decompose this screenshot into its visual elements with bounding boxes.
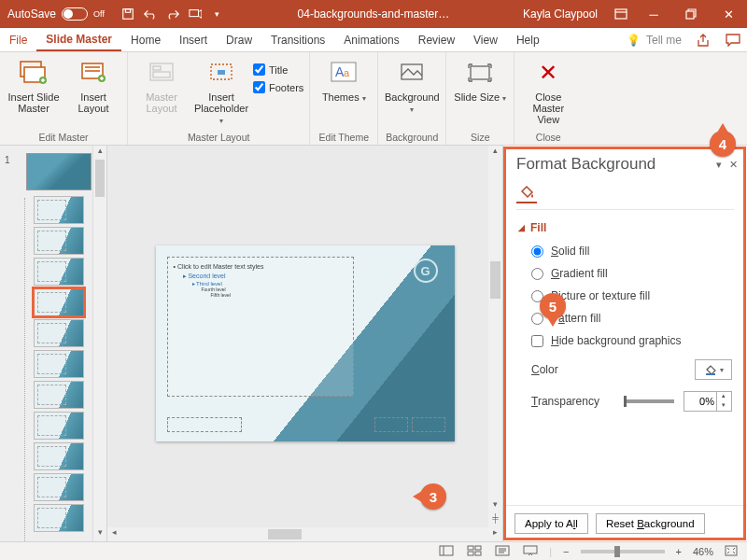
tab-view[interactable]: View	[464, 28, 507, 51]
footer-placeholder[interactable]	[412, 417, 445, 432]
svg-rect-28	[468, 552, 473, 555]
hide-bg-graphics-checkbox[interactable]: Hide background graphics	[518, 329, 732, 352]
zoom-in-icon[interactable]: +	[674, 546, 684, 557]
spinner-down-icon[interactable]: ▾	[717, 401, 729, 411]
scroll-down-icon[interactable]: ▾	[93, 527, 106, 541]
lightbulb-icon: 💡	[627, 34, 641, 47]
qat-customize-icon[interactable]: ▾	[207, 4, 228, 24]
tab-animations[interactable]: Animations	[334, 28, 408, 51]
footer-placeholder[interactable]	[167, 417, 242, 432]
spinner-up-icon[interactable]: ▴	[717, 392, 729, 401]
minimize-icon[interactable]: ─	[635, 0, 672, 28]
slide-sorter-icon[interactable]	[465, 545, 484, 558]
save-icon[interactable]	[118, 4, 138, 24]
content-placeholder[interactable]: • Click to edit Master text styles ▸ Sec…	[167, 257, 354, 397]
document-title: 04-backgrounds-and-master…	[233, 7, 514, 21]
group-label-master-layout: Master Layout	[134, 130, 303, 145]
title-checkbox[interactable]: Title	[253, 62, 303, 77]
tab-transitions[interactable]: Transitions	[261, 28, 334, 51]
scrollbar-thumb[interactable]	[268, 529, 302, 539]
transparency-spinner[interactable]: ▴▾	[684, 391, 732, 412]
pane-close-icon[interactable]: ✕	[729, 159, 738, 171]
tab-draw[interactable]: Draw	[217, 28, 261, 51]
footer-placeholder[interactable]	[374, 417, 408, 432]
autosave-toggle[interactable]: AutoSave Off	[0, 7, 112, 21]
ribbon-display-options-icon[interactable]	[607, 0, 635, 28]
tab-slide-master[interactable]: Slide Master	[36, 28, 121, 51]
layout-thumbnail[interactable]	[34, 381, 84, 409]
master-thumbnail[interactable]	[26, 153, 92, 190]
svg-rect-23	[706, 373, 715, 375]
tab-file[interactable]: File	[0, 28, 36, 51]
quick-access-toolbar: ▾	[112, 4, 233, 24]
transparency-value[interactable]	[684, 396, 716, 407]
layout-thumbnail[interactable]	[34, 227, 84, 255]
redo-icon[interactable]	[162, 4, 183, 24]
themes-button[interactable]: Aa Themes ▾	[316, 54, 372, 127]
svg-rect-5	[686, 11, 694, 19]
layout-thumbnail[interactable]	[34, 412, 84, 440]
start-from-beginning-icon[interactable]	[185, 4, 205, 24]
insert-layout-button[interactable]: Insert Layout	[65, 54, 121, 127]
pane-title: Format Background	[516, 155, 709, 174]
thumbnails-scrollbar[interactable]: ▴ ▾	[92, 146, 106, 541]
layout-thumbnail[interactable]	[34, 473, 84, 501]
toggle-switch-icon	[62, 7, 88, 21]
format-background-pane: Format Background ▾ ✕ ◢Fill Solid fill G…	[502, 146, 747, 541]
restore-icon[interactable]	[672, 0, 710, 28]
split-icon[interactable]: ╪	[488, 513, 502, 527]
share-button[interactable]	[691, 28, 719, 51]
gradient-fill-radio[interactable]: Gradient fill	[518, 262, 732, 285]
scroll-down-icon[interactable]: ▾	[488, 499, 502, 513]
reading-view-icon[interactable]	[493, 545, 512, 558]
normal-view-icon[interactable]	[437, 545, 456, 558]
layout-thumbnail[interactable]	[34, 258, 84, 286]
canvas-vertical-scrollbar[interactable]: ▴ ▾ ╪	[488, 146, 502, 527]
layout-thumbnail[interactable]	[34, 504, 84, 532]
footers-checkbox[interactable]: Footers	[253, 79, 303, 95]
close-master-view-button[interactable]: ✕ Close Master View	[520, 54, 576, 127]
tell-me-search[interactable]: 💡Tell me	[617, 28, 691, 51]
scroll-left-icon[interactable]: ◂	[107, 527, 121, 541]
insert-slide-master-button[interactable]: Insert Slide Master	[6, 54, 62, 127]
fill-tab-icon[interactable]	[516, 183, 537, 203]
zoom-level[interactable]: 46%	[693, 546, 713, 557]
zoom-slider[interactable]	[581, 550, 665, 553]
scroll-up-icon[interactable]: ▴	[93, 146, 106, 160]
close-icon[interactable]: ✕	[710, 0, 747, 28]
group-size: Slide Size ▾ Size	[446, 52, 514, 145]
transparency-slider[interactable]	[624, 399, 674, 403]
slideshow-icon[interactable]	[521, 545, 540, 558]
slide-size-button[interactable]: Slide Size ▾	[452, 54, 508, 127]
tab-insert[interactable]: Insert	[170, 28, 217, 51]
zoom-out-icon[interactable]: −	[561, 546, 571, 557]
pane-options-icon[interactable]: ▾	[716, 159, 722, 171]
tab-review[interactable]: Review	[409, 28, 464, 51]
group-label-close: Close	[520, 130, 576, 145]
layout-thumbnail-selected[interactable]	[34, 288, 84, 316]
insert-placeholder-button[interactable]: Insert Placeholder ▾	[193, 54, 249, 127]
layout-thumbnail[interactable]	[34, 319, 84, 347]
tab-help[interactable]: Help	[507, 28, 549, 51]
svg-rect-17	[218, 70, 225, 75]
scrollbar-thumb[interactable]	[95, 160, 105, 197]
background-button[interactable]: Background ▾	[384, 54, 440, 127]
comments-button[interactable]	[719, 28, 747, 51]
color-picker-button[interactable]: ▾	[695, 359, 732, 380]
scroll-up-icon[interactable]: ▴	[488, 146, 502, 160]
fit-to-window-icon[interactable]	[723, 545, 740, 558]
tab-home[interactable]: Home	[121, 28, 170, 51]
layout-thumbnail[interactable]	[34, 442, 84, 470]
fill-section-header[interactable]: ◢Fill	[518, 219, 732, 240]
layout-thumbnail[interactable]	[34, 196, 84, 224]
scrollbar-thumb[interactable]	[490, 261, 500, 299]
slide-preview[interactable]: G • Click to edit Master text styles ▸ S…	[156, 245, 455, 441]
user-name[interactable]: Kayla Claypool	[514, 7, 607, 21]
undo-icon[interactable]	[140, 4, 161, 24]
apply-to-all-button[interactable]: Apply to All	[514, 513, 588, 534]
scroll-right-icon[interactable]: ▸	[488, 527, 502, 541]
solid-fill-radio[interactable]: Solid fill	[518, 240, 732, 262]
layout-thumbnail[interactable]	[34, 350, 84, 378]
reset-background-button[interactable]: Reset Background	[596, 513, 705, 534]
canvas-horizontal-scrollbar[interactable]: ◂ ▸	[107, 527, 502, 541]
